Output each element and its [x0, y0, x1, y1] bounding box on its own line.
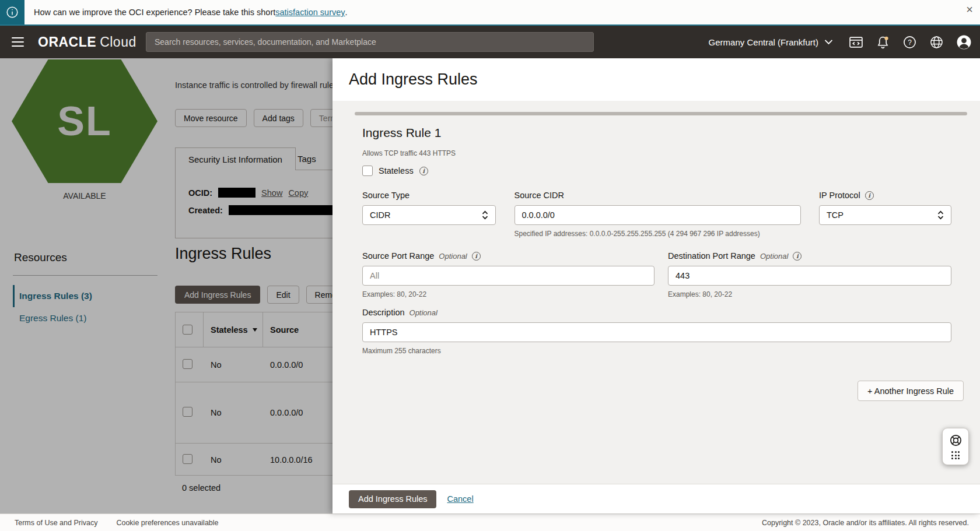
source-cidr-input[interactable]	[514, 205, 801, 225]
source-type-select[interactable]: CIDR	[362, 205, 496, 225]
brand-cloud: Cloud	[100, 34, 136, 50]
destination-port-helper: Examples: 80, 20-22	[668, 290, 951, 298]
rule-subtitle: Allows TCP traffic 443 HTTPS	[362, 149, 980, 157]
satisfaction-survey-link[interactable]: satisfaction survey	[275, 8, 345, 17]
source-port-helper: Examples: 80, 20-22	[362, 290, 654, 298]
cancel-link[interactable]: Cancel	[447, 494, 473, 504]
banner-message: How can we improve the OCI experience? P…	[24, 0, 348, 24]
rule-heading: Ingress Rule 1	[362, 126, 980, 140]
oracle-cloud-logo[interactable]: ORACLECloud	[38, 34, 136, 50]
description-helper: Maximum 255 characters	[362, 347, 951, 355]
survey-banner: How can we improve the OCI experience? P…	[0, 0, 980, 26]
page-footer: Terms of Use and Privacy Cookie preferen…	[0, 514, 980, 531]
banner-message-suffix: .	[345, 8, 348, 17]
menu-icon[interactable]	[9, 34, 26, 51]
destination-port-input[interactable]	[668, 266, 951, 286]
add-ingress-rules-drawer: Add Ingress Rules Ingress Rule 1 Allows …	[332, 58, 980, 514]
stateless-info-icon[interactable]: i	[419, 167, 428, 175]
stateless-checkbox[interactable]	[362, 166, 373, 176]
ip-protocol-label: IP Protocol	[819, 191, 860, 200]
help-icon[interactable]: ?	[902, 35, 917, 50]
ip-protocol-value: TCP	[827, 210, 844, 220]
top-navigation-bar: ORACLECloud Germany Central (Frankfurt)	[0, 26, 980, 58]
search-input[interactable]	[146, 32, 594, 52]
region-selector[interactable]: Germany Central (Frankfurt)	[709, 37, 833, 47]
source-port-input[interactable]	[362, 266, 654, 286]
source-type-label: Source Type	[362, 191, 410, 200]
region-label: Germany Central (Frankfurt)	[709, 37, 818, 47]
description-label: Description	[362, 308, 405, 317]
copyright-text: Copyright © 2023, Oracle and/or its affi…	[762, 519, 969, 527]
cookie-preferences-text: Cookie preferences unavailable	[116, 519, 218, 527]
destination-port-label: Destination Port Range	[668, 251, 755, 261]
close-icon[interactable]: ×	[966, 3, 973, 15]
add-ingress-rules-submit-button[interactable]: Add Ingress Rules	[349, 490, 436, 508]
description-optional: Optional	[410, 308, 438, 317]
source-port-label: Source Port Range	[362, 251, 434, 261]
chevron-down-icon	[824, 39, 833, 45]
ip-protocol-select[interactable]: TCP	[819, 205, 951, 225]
info-icon	[0, 0, 24, 24]
brand-oracle: ORACLE	[38, 34, 96, 50]
svg-text:?: ?	[908, 38, 912, 46]
grid-dots-icon[interactable]	[951, 451, 960, 459]
banner-message-text: How can we improve the OCI experience? P…	[34, 8, 275, 17]
drawer-title: Add Ingress Rules	[349, 71, 478, 89]
user-avatar-icon[interactable]	[956, 34, 972, 50]
description-input[interactable]	[362, 322, 951, 342]
ip-protocol-info-icon[interactable]: i	[865, 191, 874, 200]
source-type-value: CIDR	[370, 210, 390, 220]
another-ingress-rule-button[interactable]: + Another Ingress Rule	[858, 381, 964, 401]
language-globe-icon[interactable]	[929, 35, 944, 50]
help-widget[interactable]	[942, 428, 969, 465]
horizontal-scrollbar-thumb[interactable]	[355, 112, 967, 115]
modal-overlay[interactable]	[0, 58, 334, 514]
notifications-bell-icon[interactable]	[876, 35, 890, 50]
source-cidr-helper: Specified IP addresses: 0.0.0.0-255.255.…	[514, 230, 801, 238]
source-port-info-icon[interactable]: i	[472, 252, 481, 261]
cloud-shell-icon[interactable]	[849, 35, 863, 50]
notification-badge	[884, 36, 888, 40]
source-cidr-label: Source CIDR	[514, 191, 564, 200]
terms-link[interactable]: Terms of Use and Privacy	[15, 519, 97, 527]
destination-port-info-icon[interactable]: i	[793, 252, 802, 261]
life-ring-icon	[949, 434, 963, 447]
source-port-optional: Optional	[439, 252, 467, 261]
destination-port-optional: Optional	[760, 252, 788, 261]
stateless-label: Stateless	[379, 166, 414, 175]
stepper-icon	[482, 210, 488, 220]
stepper-icon	[937, 210, 944, 220]
